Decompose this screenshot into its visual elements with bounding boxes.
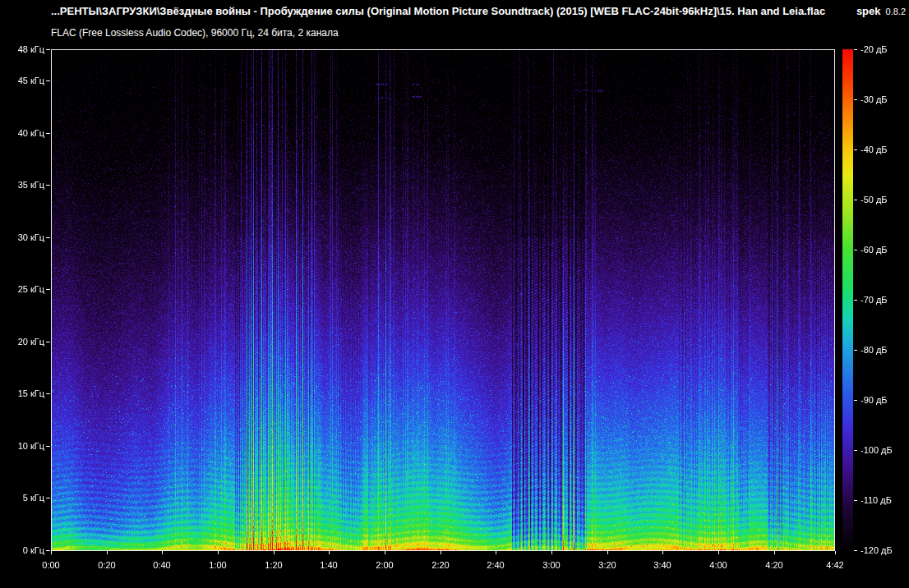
freq-tick [46,550,50,551]
freq-tick-label: 10 кГц [0,440,44,452]
freq-tick [46,289,50,290]
legend-tick [854,400,857,401]
spectrogram-plot [51,49,835,551]
time-tick [607,551,608,554]
legend-tick-label: -90 дБ [861,394,908,406]
legend-tick-label: -70 дБ [861,294,908,305]
time-tick-label: 0:20 [92,559,122,571]
app-version: 0.8.2 [886,7,906,16]
freq-tick-label: 48 кГц [0,44,44,55]
freq-tick [46,237,50,238]
legend-tick-label: -20 дБ [861,44,908,55]
time-tick [385,551,385,554]
freq-tick [46,80,50,81]
time-tick-label: 4:20 [759,559,789,571]
time-tick-label: 3:20 [593,559,622,571]
legend-tick-label: -30 дБ [861,94,908,105]
legend-tick [854,49,857,50]
freq-tick-label: 45 кГц [0,75,44,86]
window-title: ...РЕНТЫ\ЗАГРУЗКИ\Звёздные войны - Пробу… [51,5,825,17]
time-tick-label: 1:00 [203,559,233,571]
freq-tick [46,185,50,186]
time-tick [274,551,275,554]
legend-tick-label: -100 дБ [861,444,908,456]
legend-colorbar [842,49,853,551]
legend-tick [854,99,857,100]
legend-tick-label: -110 дБ [861,494,908,506]
legend-tick [854,149,857,150]
time-tick-label: 1:20 [259,559,288,571]
legend-tick [854,200,857,200]
freq-tick-label: 0 кГц [0,544,44,556]
time-tick [774,551,775,554]
time-tick [107,551,108,554]
freq-tick-label: 35 кГц [0,179,44,191]
time-tick [162,551,163,554]
app-name: spek [856,5,881,17]
time-tick [329,551,330,554]
freq-tick-label: 20 кГц [0,336,44,347]
time-tick-label: 2:40 [481,559,510,571]
legend-tick [854,450,857,451]
freq-tick [46,498,50,498]
legend-tick-label: -40 дБ [861,144,908,155]
freq-tick [46,446,50,447]
spectrogram-canvas [52,50,834,550]
freq-tick [46,133,50,134]
time-tick-label: 1:40 [314,559,344,571]
time-tick-label: 0:00 [36,559,66,571]
spek-window: { "window": { "title": "...РЕНТЫ\\ЗАГРУЗ… [0,0,909,588]
freq-tick-label: 40 кГц [0,127,44,139]
legend-tick [854,300,857,301]
freq-tick-label: 5 кГц [0,492,44,503]
title-bar: ...РЕНТЫ\ЗАГРУЗКИ\Звёздные войны - Пробу… [51,5,906,17]
time-tick-label: 2:00 [370,559,399,571]
time-tick [551,551,552,554]
time-tick [718,551,719,554]
freq-tick [46,393,50,394]
time-tick-label: 3:40 [648,559,677,571]
legend-tick-label: -60 дБ [861,244,908,255]
legend-tick-label: -80 дБ [861,344,908,356]
legend-tick-label: -120 дБ [861,544,908,556]
legend-tick [854,250,857,250]
file-info: FLAC (Free Lossless Audio Codec), 96000 … [51,27,339,39]
time-tick-label: 4:42 [820,559,850,571]
freq-tick-label: 25 кГц [0,283,44,295]
legend-tick [854,500,857,501]
time-tick-label: 4:00 [704,559,733,571]
freq-tick [46,49,50,50]
time-tick-label: 0:40 [147,559,177,571]
time-tick-label: 3:00 [537,559,566,571]
time-tick-label: 2:20 [426,559,455,571]
freq-tick [46,342,50,342]
time-tick [835,551,836,554]
legend-tick [854,550,857,551]
time-tick [662,551,663,554]
freq-tick-label: 30 кГц [0,232,44,243]
legend-tick [854,350,857,351]
freq-tick-label: 15 кГц [0,388,44,399]
time-tick [496,551,496,554]
legend-tick-label: -50 дБ [861,194,908,205]
time-tick [218,551,219,554]
time-tick [51,551,52,554]
time-tick [441,551,441,554]
